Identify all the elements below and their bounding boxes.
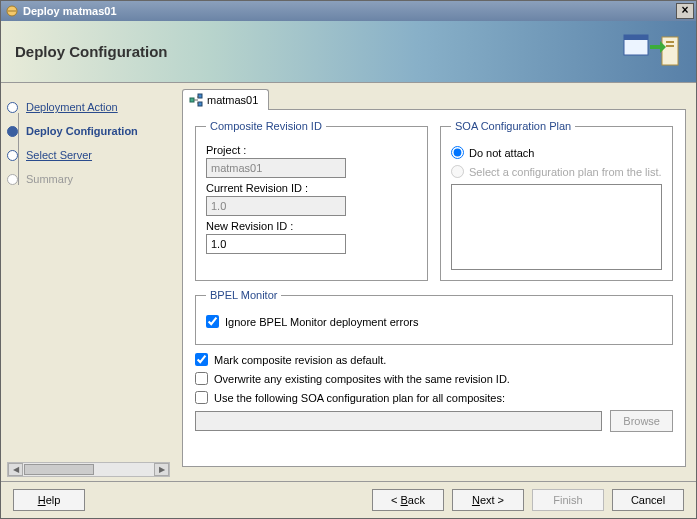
deploy-icon — [622, 31, 684, 73]
finish-button: Finish — [532, 489, 604, 511]
ignore-bpel-errors-label: Ignore BPEL Monitor deployment errors — [225, 316, 418, 328]
svg-rect-4 — [666, 41, 674, 43]
soa-plan-fieldset: SOA Configuration Plan Do not attach Sel… — [440, 120, 673, 281]
project-label: Project : — [206, 144, 417, 156]
use-plan-label: Use the following SOA configuration plan… — [214, 392, 505, 404]
ignore-bpel-errors-checkbox[interactable] — [206, 315, 219, 328]
overwrite-label: Overwrite any existing composites with t… — [214, 373, 510, 385]
browse-button: Browse — [610, 410, 673, 432]
config-plan-path-input — [195, 411, 602, 431]
svg-rect-5 — [666, 45, 674, 47]
use-plan-checkbox[interactable] — [195, 391, 208, 404]
composite-icon — [189, 93, 203, 107]
overwrite-checkbox[interactable] — [195, 372, 208, 385]
help-button[interactable]: Help — [13, 489, 85, 511]
bpel-monitor-fieldset: BPEL Monitor Ignore BPEL Monitor deploym… — [195, 289, 673, 345]
wizard-steps-sidebar: Deployment Action Deploy Configuration S… — [1, 83, 176, 481]
svg-rect-6 — [190, 98, 194, 102]
step-deployment-action[interactable]: Deployment Action — [7, 95, 174, 119]
wizard-footer: Help < Back Next > Finish Cancel — [1, 481, 696, 517]
page-title: Deploy Configuration — [15, 43, 168, 60]
scroll-left-button[interactable]: ◀ — [8, 463, 23, 476]
step-dot-icon — [7, 174, 18, 185]
step-dot-icon — [7, 150, 18, 161]
next-button[interactable]: Next > — [452, 489, 524, 511]
current-revision-label: Current Revision ID : — [206, 182, 417, 194]
new-revision-input[interactable] — [206, 234, 346, 254]
plan-listbox — [451, 184, 662, 270]
title-bar: Deploy matmas01 × — [1, 1, 696, 21]
tab-matmas01[interactable]: matmas01 — [182, 89, 269, 110]
scroll-thumb[interactable] — [24, 464, 94, 475]
select-plan-radio — [451, 165, 464, 178]
close-button[interactable]: × — [676, 3, 694, 19]
mark-default-checkbox[interactable] — [195, 353, 208, 366]
banner: Deploy Configuration — [1, 21, 696, 83]
bpel-legend: BPEL Monitor — [206, 289, 281, 301]
svg-rect-8 — [198, 102, 202, 106]
composite-legend: Composite Revision ID — [206, 120, 326, 132]
current-revision-input — [206, 196, 346, 216]
sidebar-scrollbar[interactable]: ◀ ▶ — [7, 462, 170, 477]
cancel-button[interactable]: Cancel — [612, 489, 684, 511]
do-not-attach-radio[interactable] — [451, 146, 464, 159]
svg-rect-7 — [198, 94, 202, 98]
project-input — [206, 158, 346, 178]
step-dot-icon — [7, 102, 18, 113]
select-plan-label: Select a configuration plan from the lis… — [469, 166, 662, 178]
new-revision-label: New Revision ID : — [206, 220, 417, 232]
scroll-right-button[interactable]: ▶ — [154, 463, 169, 476]
mark-default-label: Mark composite revision as default. — [214, 354, 386, 366]
soa-legend: SOA Configuration Plan — [451, 120, 575, 132]
config-panel: Composite Revision ID Project : Current … — [182, 109, 686, 467]
step-select-server[interactable]: Select Server — [7, 143, 174, 167]
composite-revision-fieldset: Composite Revision ID Project : Current … — [195, 120, 428, 281]
step-summary: Summary — [7, 167, 174, 191]
step-dot-icon — [7, 126, 18, 137]
window-title: Deploy matmas01 — [23, 5, 676, 17]
app-icon — [5, 4, 19, 18]
step-deploy-configuration[interactable]: Deploy Configuration — [7, 119, 174, 143]
back-button[interactable]: < Back — [372, 489, 444, 511]
svg-rect-2 — [624, 35, 648, 40]
tab-label: matmas01 — [207, 94, 258, 106]
do-not-attach-label: Do not attach — [469, 147, 534, 159]
